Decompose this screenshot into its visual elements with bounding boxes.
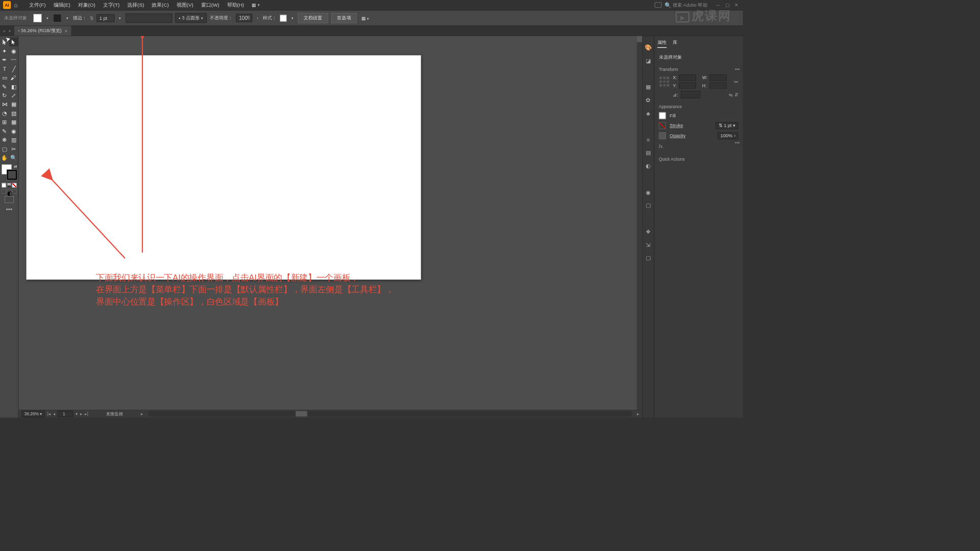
swap-fill-stroke-icon[interactable]: ⇄ xyxy=(14,164,17,168)
lasso-tool[interactable]: ◉ xyxy=(9,46,18,55)
stroke-panel-icon[interactable]: ≡ xyxy=(644,136,652,143)
fill-stroke-control[interactable]: ⇄ xyxy=(2,164,17,180)
gradient-panel-icon[interactable]: ▤ xyxy=(644,149,652,157)
magic-wand-tool[interactable]: ✦ xyxy=(0,46,9,55)
menu-help[interactable]: 帮助(H) xyxy=(223,1,248,10)
prev-artboard-icon[interactable]: ◂ xyxy=(53,411,56,416)
fill-swatch-panel[interactable] xyxy=(659,112,666,119)
eraser-tool[interactable]: ◧ xyxy=(9,82,18,91)
minimize-button[interactable]: ─ xyxy=(715,2,721,8)
gradient-swatch[interactable] xyxy=(7,183,11,188)
properties-tab[interactable]: 属性 xyxy=(657,39,667,48)
fx-button[interactable]: fx. xyxy=(659,142,738,151)
shape-builder-tool[interactable]: ◔ xyxy=(0,109,9,117)
appearance-more-icon[interactable]: ••• xyxy=(735,140,740,145)
rectangle-tool[interactable]: ▭ xyxy=(0,73,9,82)
menu-type[interactable]: 文字(T) xyxy=(99,1,123,10)
artboard-number[interactable]: 1 xyxy=(58,411,73,417)
menu-select[interactable]: 选择(S) xyxy=(124,1,148,10)
tab-close-all-icon[interactable]: × xyxy=(9,29,11,33)
arrange-documents-icon[interactable] xyxy=(654,3,662,8)
draw-behind-icon[interactable]: ◐ xyxy=(7,189,11,194)
artboard-dd-icon[interactable]: ▾ xyxy=(76,411,78,416)
workspace-switcher[interactable]: ▦ ▾ xyxy=(252,3,259,8)
column-graph-tool[interactable]: ▥ xyxy=(9,135,18,144)
libraries-tab[interactable]: 库 xyxy=(673,39,677,48)
close-button[interactable]: ✕ xyxy=(733,2,740,8)
stroke-swatch[interactable] xyxy=(53,14,62,22)
fill-swatch[interactable] xyxy=(33,14,42,22)
asset-export-icon[interactable]: ⇲ xyxy=(644,241,652,248)
free-transform-tool[interactable]: ▦ xyxy=(9,100,18,109)
link-wh-icon[interactable]: ⫘ xyxy=(733,79,738,85)
artboard[interactable] xyxy=(27,55,421,280)
slice-tool[interactable]: ✂ xyxy=(9,144,18,153)
screen-mode-button[interactable] xyxy=(5,196,14,203)
menu-file[interactable]: 文件(F) xyxy=(26,1,50,10)
style-dd-icon[interactable]: ▾ xyxy=(290,16,295,20)
home-icon[interactable]: ⌂ xyxy=(14,2,17,9)
opacity-swatch-panel[interactable] xyxy=(659,132,666,139)
menu-window[interactable]: 窗口(W) xyxy=(197,1,223,10)
type-tool[interactable]: T xyxy=(0,64,9,73)
x-input[interactable] xyxy=(679,74,696,81)
search-field[interactable]: 🔍搜索 Adobe 帮助 xyxy=(665,2,707,8)
stroke-weight-panel[interactable]: ⇅ 1 pt ▾ xyxy=(716,122,738,130)
brushes-panel-icon[interactable]: ✿ xyxy=(644,96,652,104)
eyedropper-tool[interactable]: ✎ xyxy=(0,127,9,135)
document-tab[interactable]: › 36.26% (RGB/预览) × xyxy=(14,26,71,36)
graphic-styles-icon[interactable]: ▢ xyxy=(644,202,652,209)
w-input[interactable] xyxy=(709,74,726,81)
maximize-button[interactable]: ▢ xyxy=(724,2,730,8)
mesh-tool[interactable]: ⊞ xyxy=(0,117,9,126)
artboard-tool[interactable]: ▢ xyxy=(0,144,9,153)
last-artboard-icon[interactable]: ▸| xyxy=(85,411,88,416)
horizontal-scrollbar[interactable] xyxy=(149,411,631,417)
fill-dropdown-icon[interactable]: ▾ xyxy=(45,16,50,20)
reference-point[interactable] xyxy=(659,76,670,87)
draw-normal-icon[interactable] xyxy=(2,189,6,194)
tab-close-icon[interactable]: × xyxy=(65,28,67,34)
stroke-dropdown-icon[interactable]: ▾ xyxy=(65,16,70,20)
menu-view[interactable]: 视图(V) xyxy=(173,1,197,10)
align-icon[interactable]: ▦ ▾ xyxy=(361,15,369,21)
gradient-tool[interactable]: ▦ xyxy=(9,117,18,126)
scale-tool[interactable]: ⤢ xyxy=(9,91,18,99)
none-swatch[interactable] xyxy=(12,183,17,188)
first-artboard-icon[interactable]: |◂ xyxy=(47,411,51,416)
flip-v-icon[interactable]: ⇵ xyxy=(734,92,739,97)
direct-selection-tool[interactable] xyxy=(9,38,18,46)
stroke-weight-dd-icon[interactable]: ▾ xyxy=(117,16,122,20)
line-segment-tool[interactable]: ╱ xyxy=(9,64,18,73)
blend-tool[interactable]: ◉ xyxy=(9,127,18,135)
opacity-dd-icon[interactable]: › xyxy=(255,16,259,20)
play-icon[interactable]: ▸ xyxy=(141,411,143,416)
opacity-label-panel[interactable]: Opacity xyxy=(670,133,685,139)
artboards-panel-icon[interactable]: ▢ xyxy=(644,254,652,262)
opacity-input[interactable] xyxy=(236,14,253,22)
selection-tool[interactable] xyxy=(0,38,9,46)
zoom-tool[interactable]: 🔍 xyxy=(9,153,18,162)
angle-input[interactable] xyxy=(681,91,700,98)
color-panel-icon[interactable]: 🎨 xyxy=(644,44,652,52)
menu-effect[interactable]: 效果(C) xyxy=(148,1,173,10)
stroke-weight-input[interactable] xyxy=(97,14,115,22)
zoom-level[interactable]: 36.26% ▾ xyxy=(21,411,45,417)
swatches-panel-icon[interactable]: ▦ xyxy=(644,83,652,91)
h-input[interactable] xyxy=(709,82,726,88)
paintbrush-tool[interactable]: 🖌 xyxy=(9,73,18,82)
stroke-color-icon[interactable] xyxy=(7,170,17,180)
draw-inside-icon[interactable] xyxy=(12,189,17,194)
brush-definition[interactable]: • 3 点圆形 ▾ xyxy=(175,13,207,23)
transparency-panel-icon[interactable]: ◐ xyxy=(644,162,652,170)
menu-edit[interactable]: 编辑(E) xyxy=(50,1,74,10)
y-input[interactable] xyxy=(679,82,696,88)
graphic-style-swatch[interactable] xyxy=(280,14,287,21)
color-guide-icon[interactable]: ◪ xyxy=(644,57,652,64)
symbols-panel-icon[interactable]: ♣ xyxy=(644,110,652,117)
pen-tool[interactable]: ✒ xyxy=(0,55,9,64)
color-swatch[interactable] xyxy=(2,183,6,188)
layers-panel-icon[interactable]: ❖ xyxy=(644,228,652,235)
curvature-tool[interactable]: 〰 xyxy=(9,55,18,64)
stroke-label-panel[interactable]: Stroke xyxy=(670,123,683,129)
